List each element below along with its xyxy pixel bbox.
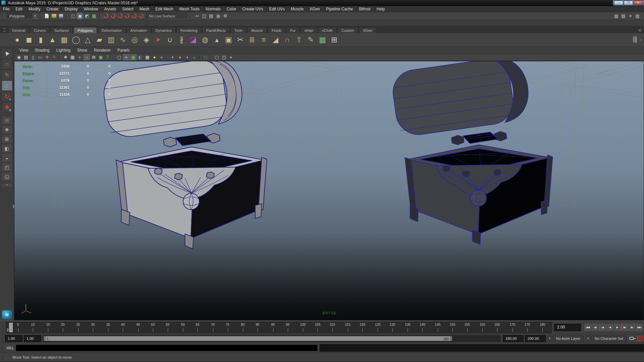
construction-history-icon[interactable]: ∾ (194, 13, 200, 19)
shelf-tab[interactable]: Animation (126, 27, 151, 33)
close-button[interactable]: ✕ (634, 1, 643, 5)
menu-item[interactable]: XGen (307, 6, 323, 12)
snap-to-view-plane-icon[interactable] (131, 13, 138, 19)
shelf-tab[interactable]: Toon (230, 27, 247, 33)
range-end-handle[interactable] (450, 336, 452, 341)
shelf-overflow-icon[interactable]: ≣ (639, 28, 644, 33)
shelf-tab[interactable]: Fluids (268, 27, 285, 33)
animation-end-field[interactable]: 200.00 (525, 335, 546, 342)
layout-outliner-persp-button[interactable]: ◧ (2, 144, 12, 153)
shelf-tab[interactable]: PaintEffects (202, 27, 230, 33)
poly-prism-icon[interactable]: ▰ (94, 35, 105, 46)
play-backwards-button[interactable]: ◀ (606, 324, 613, 331)
silhouette-icon[interactable]: ● (158, 54, 165, 60)
panel-menu-item[interactable]: Show (74, 48, 91, 53)
shelf-tab[interactable]: nCloth (318, 27, 337, 33)
current-frame-field[interactable]: 2.00 (554, 324, 581, 331)
menu-item[interactable]: Edit UVs (266, 6, 288, 12)
snap-to-projected-center-icon[interactable] (124, 13, 130, 19)
lock-selection-icon[interactable]: ▦ (91, 13, 97, 19)
menu-item[interactable]: Window (81, 6, 101, 12)
pan-zoom-icon[interactable]: ✚ (44, 54, 50, 60)
shelf-tab[interactable]: Dynamics (152, 27, 176, 33)
default-lighting-icon[interactable]: ● (151, 54, 158, 60)
offset-edge-loop-icon[interactable]: ≡ (258, 35, 269, 46)
shadows-icon[interactable]: ◐ (170, 54, 176, 60)
panel-menu-item[interactable]: Lighting (53, 48, 74, 53)
status-grip[interactable] (40, 13, 42, 19)
save-scene-icon[interactable] (58, 13, 64, 19)
channel-box-icon[interactable]: ▥ (634, 13, 641, 19)
menu-item[interactable]: Edit (12, 6, 25, 12)
viewport-3d[interactable]: .s{stroke:var(--line);stroke-width:2} .t… (14, 61, 644, 320)
wireframe-on-shaded-icon[interactable]: ▣ (130, 54, 137, 60)
isolate-view-icon[interactable]: ◫ (221, 54, 227, 60)
minimize-button[interactable]: – (614, 1, 623, 5)
playback-start-field[interactable]: 1.00 (24, 335, 41, 342)
camera-attributes-icon[interactable]: ▤ (23, 54, 29, 60)
make-live-icon[interactable] (138, 13, 145, 19)
bookmarks-icon[interactable]: ▯ (30, 54, 36, 60)
select-camera-icon[interactable]: ◉ (16, 54, 22, 60)
animation-key-icon[interactable] (629, 337, 634, 340)
poly-cone-icon[interactable]: ▲ (47, 35, 58, 46)
menu-item[interactable]: Muscle (288, 6, 307, 12)
layout-persp-outliner-graph-button[interactable]: ◱ (2, 172, 12, 181)
tool-settings-icon[interactable]: ≡ (627, 13, 634, 19)
animation-start-field[interactable]: 1.00 (5, 335, 22, 342)
range-slider-grip[interactable] (1, 336, 4, 342)
uv-checker-icon[interactable]: ▩ (317, 35, 328, 46)
viewport-share-icon[interactable]: ∝ (228, 54, 234, 60)
menu-item[interactable]: Edit Mesh (152, 6, 176, 12)
shelf-tab[interactable]: XGen (359, 27, 376, 33)
combine-icon[interactable]: ∪ (164, 35, 175, 46)
character-set-selector[interactable]: No Character Set (591, 336, 627, 342)
shelf-editor-arrow-icon[interactable]: ▾ (640, 39, 641, 42)
command-line-grip[interactable] (1, 344, 4, 351)
poly-cylinder-icon[interactable]: ▮ (35, 35, 46, 46)
shelf-tab[interactable]: Rendering (176, 27, 202, 33)
pane-splitter-arrow-icon[interactable]: ❯ (12, 204, 15, 208)
smooth-icon[interactable]: ◍ (200, 35, 211, 46)
menu-item[interactable]: File (0, 6, 12, 12)
quadrangulate-icon[interactable]: ▣ (223, 35, 234, 46)
shelf-tab[interactable]: Surfaces (50, 27, 73, 33)
safe-title-icon[interactable]: T (105, 54, 111, 60)
select-tool[interactable]: ➤ (2, 48, 12, 59)
snap-to-point-icon[interactable] (117, 13, 123, 19)
render-settings-icon[interactable]: ⚙ (222, 13, 228, 19)
poly-soccer-ball-icon[interactable]: ◎ (129, 35, 140, 46)
poly-pyramid-icon[interactable]: △ (82, 35, 93, 46)
gate-mask-icon[interactable]: ○ (84, 54, 90, 60)
image-plane-icon[interactable]: ▭ (37, 54, 43, 60)
resolution-gate-icon[interactable]: ● (76, 54, 83, 60)
playback-end-field[interactable]: 180.00 (503, 335, 524, 342)
field-chart-icon[interactable]: ⊠ (91, 54, 97, 60)
status-grip[interactable] (190, 13, 192, 19)
isolate-select-icon[interactable]: ❖ (62, 54, 69, 60)
occlusion-icon[interactable]: ● (177, 54, 183, 60)
go-to-end-button[interactable]: ▶▶| (636, 324, 643, 331)
panel-menu-item[interactable]: View (16, 48, 32, 53)
range-slider-bar[interactable]: 1 180 (44, 336, 452, 341)
new-scene-icon[interactable] (44, 13, 50, 19)
current-time-marker[interactable]: 2 (9, 323, 13, 332)
menu-set-selector[interactable]: Polygons ▼ (7, 13, 38, 19)
help-line-grip[interactable] (1, 354, 4, 360)
status-grip[interactable] (99, 13, 101, 19)
time-slider-track[interactable]: 5101520253035404550556065707580859095100… (6, 322, 552, 333)
trash-icon[interactable] (633, 38, 637, 43)
panel-menu-item[interactable]: Shading (32, 48, 53, 53)
extrude-icon[interactable]: ⇧ (293, 35, 305, 46)
grease-pencil-icon[interactable]: ✎ (51, 54, 57, 60)
safe-action-icon[interactable]: ▣ (98, 54, 104, 60)
shelf-tab[interactable]: Polygons (73, 27, 97, 33)
step-back-key-button[interactable]: |◀ (599, 324, 606, 331)
smooth-shade-icon[interactable]: ■ (123, 54, 129, 60)
open-scene-icon[interactable] (51, 13, 57, 19)
rotate-tool[interactable]: ↻ ● (2, 91, 12, 102)
render-current-frame-icon[interactable]: ▤ (208, 13, 214, 19)
shelf-tab[interactable]: Custom (337, 27, 358, 33)
character-set-dropdown-icon[interactable]: ▼ (586, 336, 591, 342)
status-grip[interactable] (66, 13, 68, 19)
